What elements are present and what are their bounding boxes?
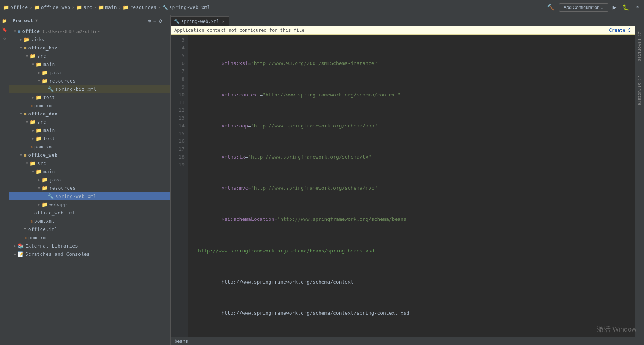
tree-item-biz-test[interactable]: ▶ 📁 test <box>9 93 170 101</box>
main-area: 📁 🔖 ⚙ Project ▼ ⊕ ≡ ⚙ — ▼ ◼ office C:\Us… <box>0 15 644 345</box>
folder-icon: 📁 <box>34 4 40 10</box>
breadcrumb-sep: › <box>72 4 75 10</box>
add-configuration-button[interactable]: Add Configuration... <box>559 3 608 12</box>
code-line-8: xsi:schemaLocation="http://www.springfra… <box>191 216 632 224</box>
tree-item-dao-main[interactable]: ▶ 📁 main <box>9 126 170 134</box>
breadcrumb-label: office_web <box>41 4 70 10</box>
project-header-icons: ⊕ ≡ ⚙ — <box>148 18 167 24</box>
code-editor[interactable]: xmlns:xsi="http://www.w3.org/2001/XMLSch… <box>188 35 635 337</box>
status-bar: beans <box>171 337 635 345</box>
debug-icon[interactable]: 🐛 <box>621 3 631 12</box>
locate-icon[interactable]: ⊕ <box>148 18 151 24</box>
warning-bar: Application context not configured for t… <box>171 26 635 35</box>
tree-item-office[interactable]: ▼ ◼ office C:\Users\888\.m2\office <box>9 27 170 35</box>
toolbar-right: 🔨 Add Configuration... ▶ 🐛 ☂ <box>545 3 641 12</box>
folder-icon: 📁 <box>98 4 104 10</box>
tree-item-scratches[interactable]: ▶ 📝 Scratches and Consoles <box>9 250 170 258</box>
tree-item-web-main[interactable]: ▼ 📁 main <box>9 167 170 176</box>
tree-item-office-iml[interactable]: ◻ office.iml <box>9 225 170 233</box>
folder-icon: 📁 <box>123 4 129 10</box>
tab-xml-icon: 🔧 <box>174 19 180 24</box>
breadcrumb-label: resources <box>130 4 156 10</box>
tree-item-biz-src[interactable]: ▼ 📁 src <box>9 52 170 60</box>
breadcrumb-label: src <box>83 4 92 10</box>
settings-left-icon[interactable]: ⚙ <box>1 35 8 42</box>
breadcrumb-label: office <box>10 4 28 10</box>
breadcrumb-sep: › <box>29 4 32 10</box>
project-icon[interactable]: 📁 <box>1 17 8 24</box>
warning-text: Application context not configured for t… <box>174 28 305 33</box>
tree-item-web-src[interactable]: ▼ 📁 src <box>9 159 170 167</box>
tree-item-biz-pom[interactable]: m pom.xml <box>9 101 170 110</box>
breadcrumb-sep: › <box>93 4 96 10</box>
warning-create-link[interactable]: Create S <box>609 28 631 33</box>
tree-item-biz-java[interactable]: ▶ 📁 java <box>9 68 170 76</box>
folder-icon: 📁 <box>76 4 82 10</box>
tree-item-biz-resources[interactable]: ▼ 📁 resources <box>9 76 170 85</box>
settings-icon[interactable]: ⚙ <box>159 18 162 24</box>
status-scope: beans <box>174 339 188 344</box>
tab-bar: 🔧 spring-web.xml ✕ <box>171 15 635 26</box>
tree-item-web-java[interactable]: ▶ 📁 java <box>9 176 170 184</box>
code-line-4: xmlns:context="http://www.springframewor… <box>191 91 632 99</box>
code-line-6: xmlns:tx="http://www.springframework.org… <box>191 153 632 161</box>
tab-label: spring-web.xml <box>181 19 219 24</box>
breadcrumb-main[interactable]: 📁 main <box>98 4 117 10</box>
breadcrumb-file[interactable]: 🔧 spring-web.xml <box>162 4 210 10</box>
tree-item-external-libs[interactable]: ▶ 📚 External Libraries <box>9 242 170 250</box>
breadcrumb-resources[interactable]: 📁 resources <box>123 4 156 10</box>
project-panel: Project ▼ ⊕ ≡ ⚙ — ▼ ◼ office C:\Users\88… <box>9 15 171 345</box>
bookmark-icon[interactable]: 🔖 <box>1 26 8 33</box>
xml-icon: 🔧 <box>162 5 168 10</box>
breadcrumb: 📁 office › 📁 office_web › 📁 src › 📁 main… <box>3 4 210 10</box>
hammer-icon[interactable]: 🔨 <box>545 3 556 12</box>
editor-area: 🔧 spring-web.xml ✕ Application context n… <box>171 15 635 345</box>
run-icon[interactable]: ▶ <box>611 3 618 12</box>
breadcrumb-sep: › <box>119 4 122 10</box>
coverage-icon[interactable]: ☂ <box>634 3 641 12</box>
tree-item-web-resources[interactable]: ▼ 📁 resources <box>9 184 170 192</box>
collapse-icon[interactable]: ≡ <box>153 18 156 24</box>
breadcrumb-label: spring-web.xml <box>169 4 210 10</box>
tree-item-office-dao[interactable]: ▼ ◼ office_dao <box>9 110 170 118</box>
tree-item-web-pom[interactable]: m pom.xml <box>9 217 170 225</box>
editor-tab[interactable]: 🔧 spring-web.xml ✕ <box>171 16 229 26</box>
project-header: Project ▼ ⊕ ≡ ⚙ — <box>9 15 170 26</box>
structure-icon[interactable]: 7: Structure <box>636 74 643 106</box>
tree-item-office-biz[interactable]: ▼ ◼ office_biz <box>9 44 170 52</box>
code-line-9: http://www.springframework.org/schema/be… <box>191 247 632 255</box>
tab-close-button[interactable]: ✕ <box>222 19 224 23</box>
right-sidebar-icons: 2: Favorites 7: Structure <box>635 15 644 345</box>
line-numbers: 3 4 5 6 7 8 9 10 11 12 13 14 15 16 17 18… <box>171 35 188 337</box>
code-line-5: xmlns:aop="http://www.springframework.or… <box>191 122 632 130</box>
folder-icon: 📁 <box>3 4 9 10</box>
top-bar: 📁 office › 📁 office_web › 📁 src › 📁 main… <box>0 0 644 15</box>
project-tree: ▼ ◼ office C:\Users\888\.m2\office ▶ 📂 .… <box>9 26 170 345</box>
tree-item-dao-src[interactable]: ▼ 📁 src <box>9 118 170 126</box>
breadcrumb-office-web[interactable]: 📁 office_web <box>34 4 70 10</box>
dropdown-arrow[interactable]: ▼ <box>35 18 38 23</box>
breadcrumb-src[interactable]: 📁 src <box>76 4 92 10</box>
minimize-icon[interactable]: — <box>164 18 167 24</box>
tree-item-dao-test[interactable]: ▶ 📁 test <box>9 134 170 142</box>
code-line-7: xmlns:mvc="http://www.springframework.or… <box>191 184 632 192</box>
breadcrumb-sep: › <box>158 4 161 10</box>
project-title: Project <box>12 18 33 23</box>
code-area[interactable]: 3 4 5 6 7 8 9 10 11 12 13 14 15 16 17 18… <box>171 35 635 337</box>
tree-item-root-pom[interactable]: m pom.xml <box>9 233 170 242</box>
breadcrumb-office[interactable]: 📁 office <box>3 4 28 10</box>
tree-item-spring-biz-xml[interactable]: 🔧 spring-biz.xml <box>9 85 170 93</box>
tree-item-web-iml[interactable]: ◻ office_web.iml <box>9 208 170 217</box>
breadcrumb-label: main <box>105 4 117 10</box>
left-sidebar-icons: 📁 🔖 ⚙ <box>0 15 9 345</box>
favorites-icon[interactable]: 2: Favorites <box>636 30 643 63</box>
code-line-10: http://www.springframework.org/schema/co… <box>191 278 632 286</box>
tree-item-biz-main[interactable]: ▼ 📁 main <box>9 60 170 68</box>
tree-item-spring-web-xml[interactable]: 🔧 spring-web.xml <box>9 192 170 200</box>
tree-item-web-webapp[interactable]: ▶ 📁 webapp <box>9 200 170 208</box>
tree-item-idea[interactable]: ▶ 📂 .idea <box>9 35 170 44</box>
tree-item-office-web[interactable]: ▼ ◼ office_web <box>9 151 170 159</box>
code-line-11: http://www.springframework.org/schema/co… <box>191 309 632 317</box>
tree-item-dao-pom[interactable]: m pom.xml <box>9 142 170 151</box>
code-line-3: xmlns:xsi="http://www.w3.org/2001/XMLSch… <box>191 60 632 68</box>
